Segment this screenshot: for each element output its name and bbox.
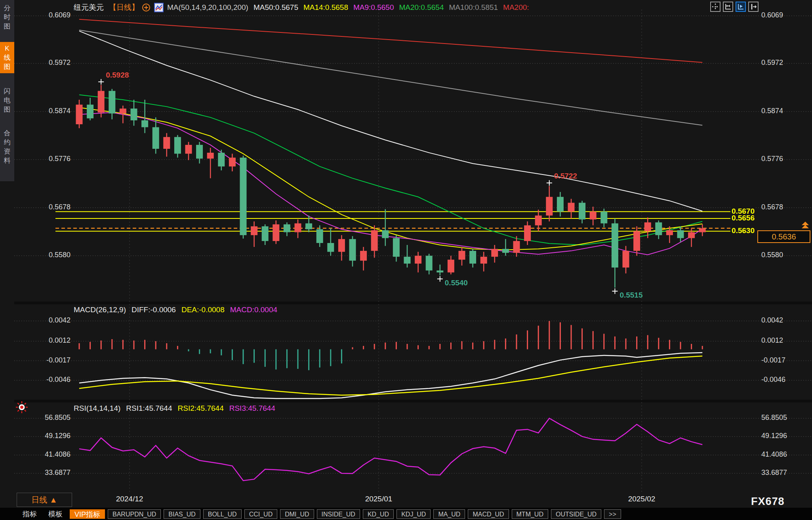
axis-scale-icon[interactable] — [723, 2, 733, 12]
period-selector[interactable]: 日线 ▲ — [17, 493, 72, 507]
chart-type-sidebar: 分时图K线图闪电图合约资料 — [0, 0, 14, 181]
indicator-tab-bar: 指标模板VIP指标BARUPDN_UDBIAS_UDBOLL_UDCCI_UDD… — [0, 508, 812, 520]
bottom-tab-14[interactable]: MTM_UD — [512, 509, 548, 519]
bottom-tab-16[interactable]: >> — [604, 509, 621, 519]
sidebar-item-2[interactable]: K线图 — [0, 42, 14, 73]
collapse-panel-icon[interactable] — [748, 2, 759, 12]
zigzag-chart-icon[interactable] — [154, 3, 164, 12]
bottom-tab-12[interactable]: MA_UD — [433, 509, 465, 519]
bottom-tab-8[interactable]: DMI_UD — [280, 509, 314, 519]
sidebar-item-1[interactable]: 分时图 — [0, 2, 14, 33]
circle-plus-icon[interactable] — [142, 3, 151, 12]
sidebar-item-3[interactable]: 闪电图 — [0, 85, 14, 116]
bottom-tab-2[interactable]: 模板 — [44, 509, 67, 519]
bottom-tab-7[interactable]: CCI_UD — [244, 509, 278, 519]
period-label: 日线 — [31, 495, 47, 504]
trading-app-window: 分时图K线图闪电图合约资料 纽元美元 【日线】 MA(50,14,9,20,10… — [0, 0, 812, 520]
bottom-tab-10[interactable]: KD_UD — [363, 509, 394, 519]
bottom-tab-11[interactable]: KDJ_UD — [396, 509, 431, 519]
axis-play-icon[interactable] — [736, 2, 746, 12]
alarm-icon[interactable] — [15, 400, 29, 416]
bottom-tab-6[interactable]: BOLL_UD — [203, 509, 242, 519]
bottom-tab-13[interactable]: MACD_UD — [468, 509, 509, 519]
period-arrow-icon: ▲ — [50, 495, 57, 504]
bottom-tab-5[interactable]: BIAS_UD — [164, 509, 200, 519]
bottom-tab-3[interactable]: VIP指标 — [70, 509, 105, 519]
sidebar-item-4[interactable]: 合约资料 — [0, 127, 14, 167]
bottom-tab-4[interactable]: BARUPDN_UD — [108, 509, 161, 519]
crosshair-icon[interactable] — [710, 2, 721, 12]
chart-canvas[interactable] — [0, 0, 812, 508]
bottom-tab-9[interactable]: INSIDE_UD — [317, 509, 360, 519]
bottom-tab-1[interactable]: 指标 — [18, 509, 41, 519]
bottom-tab-15[interactable]: OUTSIDE_UD — [551, 509, 601, 519]
